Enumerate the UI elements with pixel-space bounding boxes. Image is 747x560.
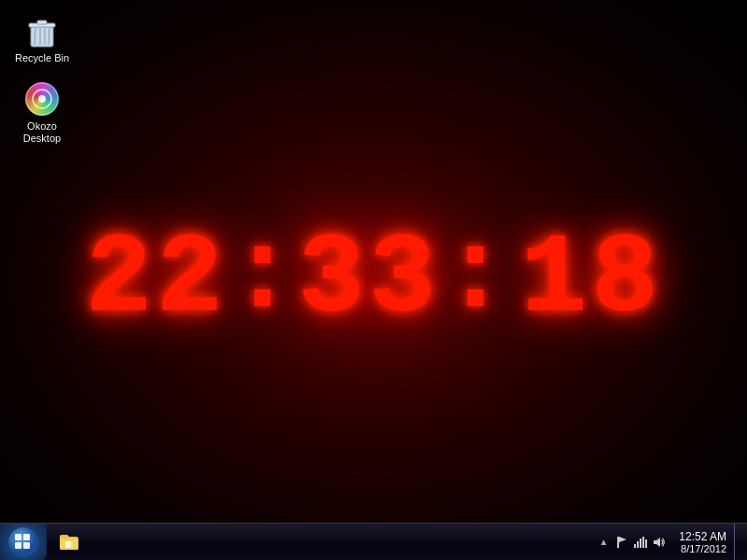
network-tray-icon[interactable] (632, 534, 649, 551)
svg-rect-12 (23, 534, 30, 540)
desktop-icons: Recycle Bin OkozoDesktop (9, 9, 75, 149)
okozo-image (24, 81, 60, 117)
clock-minutes: 33 (298, 224, 440, 336)
clock-seconds: 18 (520, 224, 662, 336)
recycle-bin-icon[interactable]: Recycle Bin (9, 9, 75, 68)
clock-tray[interactable]: 12:52 AM 8/17/2012 (671, 524, 734, 561)
clock-hours: 22 (85, 224, 227, 336)
volume-tray-icon[interactable] (651, 534, 668, 551)
system-tray: ▲ (597, 524, 747, 561)
taskbar-explorer-icon[interactable] (52, 525, 86, 559)
desktop: Recycle Bin OkozoDesktop 22 : 33 : (0, 0, 747, 560)
okozo-desktop-icon[interactable]: OkozoDesktop (9, 77, 75, 148)
recycle-bin-image (24, 13, 60, 49)
svg-rect-17 (617, 537, 619, 548)
flag-tray-icon[interactable] (613, 534, 630, 551)
okozo-label: OkozoDesktop (23, 120, 61, 145)
recycle-bin-label: Recycle Bin (15, 52, 69, 64)
tray-icons (610, 534, 671, 551)
tray-date: 8/17/2012 (681, 543, 726, 554)
svg-rect-13 (15, 542, 21, 549)
svg-rect-21 (642, 537, 644, 548)
start-button[interactable] (0, 524, 47, 561)
show-desktop-button[interactable] (734, 524, 741, 561)
taskbar: ▲ (0, 523, 747, 560)
notification-arrow[interactable]: ▲ (597, 537, 610, 547)
svg-point-9 (38, 95, 46, 103)
svg-rect-16 (70, 541, 73, 548)
windows-orb-icon (7, 526, 39, 558)
taskbar-pinned (47, 524, 92, 561)
clock-colon-1: : (227, 213, 298, 340)
clock-colon-2: : (440, 213, 511, 340)
svg-rect-18 (634, 544, 636, 548)
svg-marker-23 (654, 538, 660, 547)
svg-rect-11 (15, 534, 21, 540)
svg-rect-20 (640, 539, 641, 548)
svg-rect-14 (23, 542, 30, 549)
svg-point-10 (8, 527, 38, 557)
svg-rect-6 (37, 21, 47, 24)
svg-rect-19 (637, 541, 639, 548)
tray-time: 12:52 AM (679, 530, 726, 543)
okozo-graphic (25, 82, 59, 116)
clock-display: 22 : 33 : 18 (85, 213, 662, 347)
svg-rect-22 (645, 539, 647, 548)
